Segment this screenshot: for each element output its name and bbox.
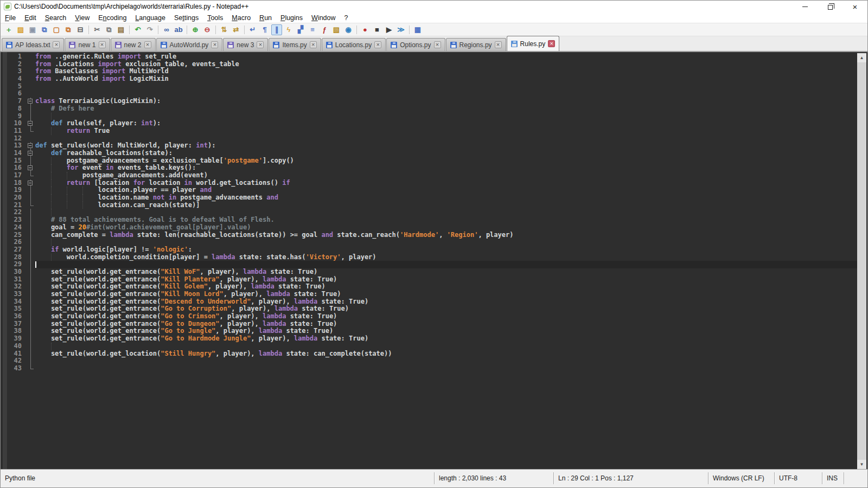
code-line[interactable]: 8 # Defs here — [2, 105, 857, 113]
paste-button[interactable]: ▤ — [116, 24, 126, 35]
fold-margin[interactable] — [27, 179, 35, 187]
code-line[interactable]: 14 def reachable_locations(state): — [2, 150, 857, 157]
tab-new-1[interactable]: new 1× — [65, 38, 110, 51]
code-line[interactable]: 24 goal = 20#int(world.achievement_goal[… — [2, 224, 857, 232]
close-icon[interactable]: × — [495, 41, 502, 48]
code-line[interactable]: 36 set_rule(world.get_entrance("Go to Cr… — [2, 313, 857, 320]
zoom-out-button[interactable]: ⊖ — [202, 24, 213, 35]
tab-autoworld-py[interactable]: AutoWorld.py× — [156, 38, 223, 51]
close-all-button[interactable]: ⧉ — [63, 24, 74, 35]
close-icon[interactable]: × — [310, 41, 317, 48]
code-line[interactable]: 30 set_rule(world.get_entrance("Kill WoF… — [2, 268, 857, 276]
sync-vertical-scroll-button[interactable]: ⇅ — [219, 24, 229, 35]
code-line[interactable]: 22 — [2, 209, 857, 216]
fold-collapse-icon[interactable] — [28, 151, 33, 156]
print-button[interactable]: ⊟ — [75, 24, 86, 35]
code-line[interactable]: 3from BaseClasses import MultiWorld — [2, 68, 857, 75]
monitoring-button[interactable]: ◉ — [343, 24, 354, 35]
code-line[interactable]: 43 — [2, 365, 857, 373]
restore-button[interactable] — [818, 1, 843, 12]
status-encoding[interactable]: UTF-8 — [774, 472, 822, 484]
document-list-button[interactable]: ≡ — [307, 24, 318, 35]
function-list-button[interactable]: ƒ — [319, 24, 330, 35]
fold-margin[interactable] — [27, 164, 35, 172]
code-line[interactable]: 28 world.completion_condition[player] = … — [2, 254, 857, 261]
tab-locations-py[interactable]: Locations.py× — [322, 38, 386, 51]
code-line[interactable]: 26 — [2, 239, 857, 246]
tab-items-py[interactable]: Items.py× — [269, 38, 321, 51]
code-line[interactable]: 35 set_rule(world.get_entrance("Go to Co… — [2, 305, 857, 313]
open-folder-button[interactable]: ▨ — [15, 24, 26, 35]
code-line[interactable]: 15 postgame_advancements = exclusion_tab… — [2, 157, 857, 165]
menu-item-plugins[interactable]: Plugins — [276, 13, 307, 23]
code-line[interactable]: 4from ..AutoWorld import LogicMixin — [2, 75, 857, 83]
code-line[interactable]: 16 for event in events_table.keys(): — [2, 164, 857, 172]
fold-collapse-icon[interactable] — [28, 181, 33, 185]
show-indent-guide-button[interactable]: ∥ — [271, 24, 282, 35]
menu-item-run[interactable]: Run — [255, 13, 276, 23]
code-line[interactable]: 19 location.player == player and — [2, 187, 857, 194]
word-wrap-button[interactable]: ↵ — [247, 24, 258, 35]
redo-button[interactable]: ↷ — [144, 24, 155, 35]
function-completion-button[interactable]: ϟ — [283, 24, 294, 35]
menu-item-settings[interactable]: Settings — [170, 13, 203, 23]
code-line[interactable]: 37 set_rule(world.get_entrance("Go to Du… — [2, 320, 857, 328]
code-line[interactable]: 9 — [2, 113, 857, 120]
show-all-characters-button[interactable]: ¶ — [259, 24, 270, 35]
macro-save-button[interactable]: ▦ — [412, 24, 423, 35]
close-button[interactable]: ▢ — [51, 24, 62, 35]
document-map-button[interactable]: ▞ — [295, 24, 306, 35]
menu-item-window[interactable]: Window — [307, 13, 340, 23]
code-line[interactable]: 2from .Locations import exclusion_table,… — [2, 61, 857, 68]
code-line[interactable]: 31 set_rule(world.get_entrance("Kill Pla… — [2, 276, 857, 284]
close-icon[interactable]: × — [257, 41, 264, 48]
zoom-in-button[interactable]: ⊕ — [190, 24, 201, 35]
code-line[interactable]: 18 return [location for location in worl… — [2, 179, 857, 187]
code-line[interactable]: 20 location.name not in postgame_advance… — [2, 194, 857, 202]
close-icon[interactable]: × — [548, 40, 555, 47]
sync-horizontal-scroll-button[interactable]: ⇄ — [231, 24, 241, 35]
editor[interactable]: 1from ..generic.Rules import set_rule2fr… — [1, 52, 867, 469]
scroll-up-arrow[interactable]: ▲ — [857, 53, 866, 62]
menu-item-file[interactable]: File — [1, 13, 20, 23]
code-line[interactable]: 6 — [2, 90, 857, 98]
new-file-button[interactable]: ＋ — [3, 24, 14, 35]
tab-options-py[interactable]: Options.py× — [386, 38, 445, 51]
fold-margin[interactable] — [27, 142, 35, 150]
code-line[interactable]: 29 — [2, 261, 857, 268]
macro-record-button[interactable]: ● — [360, 24, 371, 35]
menu-item-edit[interactable]: Edit — [20, 13, 41, 23]
fold-collapse-icon[interactable] — [28, 121, 33, 126]
code-line[interactable]: 33 set_rule(world.get_entrance("Kill Moo… — [2, 291, 857, 298]
code-line[interactable]: 27 if world.logic[player] != 'nologic': — [2, 246, 857, 254]
code-line[interactable]: 21 location.can_reach(state)] — [2, 202, 857, 209]
folder-as-workspace-button[interactable]: ▧ — [331, 24, 342, 35]
close-icon[interactable]: × — [434, 41, 441, 48]
menu-item-search[interactable]: Search — [41, 13, 71, 23]
close-icon[interactable]: × — [144, 41, 151, 48]
code-line[interactable]: 11 return True — [2, 127, 857, 135]
minimize-button[interactable] — [793, 1, 818, 12]
tab-rules-py[interactable]: Rules.py× — [507, 36, 560, 51]
code-line[interactable]: 25 can_complete = lambda state: len(reac… — [2, 232, 857, 239]
vertical-scrollbar[interactable]: ▲ ▼ — [857, 53, 866, 469]
code-line[interactable]: 17 postgame_advancements.add(event) — [2, 172, 857, 179]
save-all-button[interactable]: ⧉ — [39, 24, 50, 35]
fold-collapse-icon[interactable] — [28, 99, 33, 104]
code-line[interactable]: 7class TerrariaLogic(LogicMixin): — [2, 98, 857, 105]
code-area[interactable]: 1from ..generic.Rules import set_rule2fr… — [2, 53, 857, 469]
status-insert-mode[interactable]: INS — [822, 472, 844, 484]
macro-stop-button[interactable]: ■ — [372, 24, 382, 35]
cut-button[interactable]: ✂ — [92, 24, 103, 35]
close-button[interactable]: × — [843, 1, 867, 12]
code-line[interactable]: 39 set_rule(world.get_entrance("Go to Ha… — [2, 335, 857, 343]
tab-ap-ideas-txt[interactable]: AP Ideas.txt× — [2, 38, 64, 51]
fold-margin[interactable] — [27, 150, 35, 157]
code-line[interactable]: 23 # 88 total achievements. Goal is to d… — [2, 216, 857, 224]
code-line[interactable]: 38 set_rule(world.get_entrance("Go to Ju… — [2, 328, 857, 335]
menu-item-help[interactable]: ? — [340, 13, 353, 23]
code-line[interactable]: 41 set_rule(world.get_location("Still Hu… — [2, 350, 857, 358]
save-button[interactable]: ▣ — [27, 24, 38, 35]
tab-new-2[interactable]: new 2× — [111, 38, 156, 51]
copy-button[interactable]: ⧉ — [104, 24, 114, 35]
